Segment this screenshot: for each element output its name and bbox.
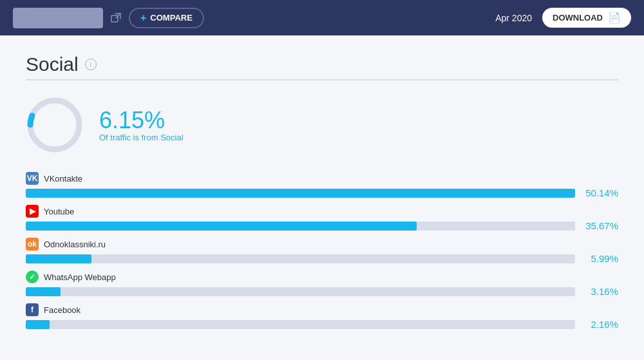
list-item: ✓ WhatsApp Webapp 3.16% [26, 270, 618, 297]
bar-track [26, 287, 575, 296]
donut-svg [26, 96, 84, 154]
stat-percent: 6.15% [99, 108, 184, 133]
bar-fill [26, 254, 91, 263]
bar-percent: 50.14% [583, 187, 618, 198]
bar-track [26, 189, 575, 198]
social-item-header: ▶ Youtube [26, 205, 618, 218]
bar-row: 35.67% [26, 220, 618, 231]
header-right: Apr 2020 DOWNLOAD 📄 [495, 8, 631, 28]
donut-chart [26, 96, 84, 154]
social-item-header: ok Odnoklassniki.ru [26, 238, 618, 251]
social-logo: ok [26, 238, 39, 251]
stat-row: 6.15% Of traffic is from Social [26, 96, 618, 154]
bar-fill [26, 287, 61, 296]
section-title-row: Social i [26, 53, 618, 75]
bar-fill [26, 189, 575, 198]
bar-row: 5.99% [26, 253, 618, 264]
stat-sub: Of traffic is from Social [99, 133, 184, 142]
list-item: ok Odnoklassniki.ru 5.99% [26, 238, 618, 264]
list-item: VK VKontakte 50.14% [26, 172, 618, 198]
bar-fill [26, 222, 417, 231]
website-input[interactable] [13, 8, 103, 28]
social-name: WhatsApp Webapp [44, 272, 116, 282]
svg-point-2 [30, 100, 79, 149]
social-name: VKontakte [44, 174, 82, 184]
social-list: VK VKontakte 50.14% ▶ Youtube 35.67% [26, 172, 618, 336]
bar-fill [26, 320, 50, 329]
social-logo: ▶ [26, 205, 39, 218]
social-item-header: VK VKontakte [26, 172, 618, 185]
bar-percent: 5.99% [583, 253, 618, 264]
date-label: Apr 2020 [495, 13, 532, 23]
bar-percent: 3.16% [583, 286, 618, 297]
bar-row: 2.16% [26, 319, 618, 330]
stat-sub-link[interactable]: Social [160, 133, 183, 142]
stat-text: 6.15% Of traffic is from Social [99, 108, 184, 143]
section-title: Social [26, 53, 79, 75]
download-icon: 📄 [608, 12, 621, 24]
header: + COMPARE Apr 2020 DOWNLOAD 📄 [0, 0, 644, 35]
social-logo: ✓ [26, 270, 39, 283]
compare-button[interactable]: + COMPARE [129, 8, 204, 28]
social-logo: VK [26, 172, 39, 185]
download-label: DOWNLOAD [553, 13, 603, 23]
download-button[interactable]: DOWNLOAD 📄 [542, 8, 631, 28]
social-name: Facebook [44, 305, 80, 315]
bar-percent: 2.16% [583, 319, 618, 330]
social-item-header: ✓ WhatsApp Webapp [26, 270, 618, 283]
compare-label: COMPARE [150, 13, 192, 23]
social-logo: f [26, 303, 39, 316]
main-content: Social i 6.15% Of traffic is from Social… [0, 35, 644, 349]
divider [26, 79, 618, 81]
bar-track [26, 254, 575, 263]
social-item-header: f Facebook [26, 303, 618, 316]
external-link-button[interactable] [111, 13, 121, 23]
bar-track [26, 222, 575, 231]
header-left: + COMPARE [13, 8, 204, 28]
plus-icon: + [140, 12, 146, 24]
list-item: ▶ Youtube 35.67% [26, 205, 618, 231]
info-icon[interactable]: i [85, 59, 97, 70]
stat-sub-prefix: Of traffic is from [99, 133, 158, 142]
bar-row: 50.14% [26, 187, 618, 198]
bar-track [26, 320, 575, 329]
bar-percent: 35.67% [583, 220, 618, 231]
bar-row: 3.16% [26, 286, 618, 297]
list-item: f Facebook 2.16% [26, 303, 618, 330]
social-name: Youtube [44, 207, 74, 216]
social-name: Odnoklassniki.ru [44, 240, 106, 249]
